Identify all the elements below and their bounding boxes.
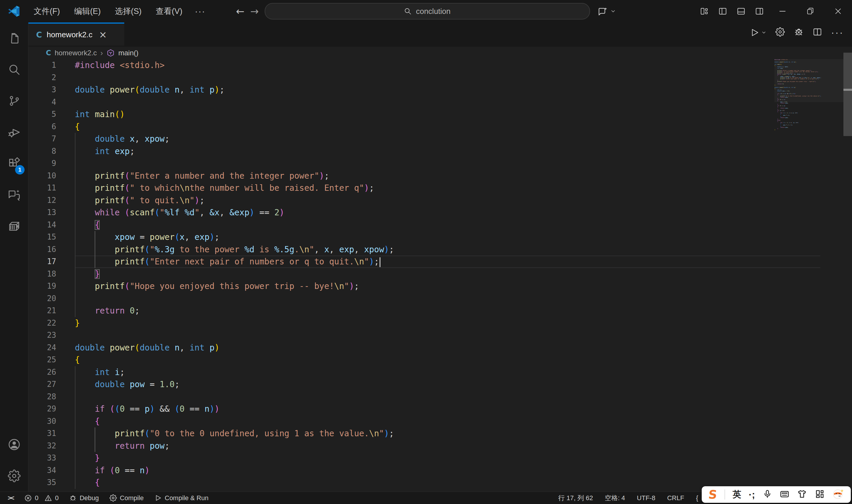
code-line[interactable]: 21 return 0; <box>29 305 852 317</box>
ime-language-toggle[interactable]: 英 <box>732 489 741 501</box>
compile-status-button[interactable]: Compile <box>104 492 149 504</box>
menu-item-3[interactable]: 查看(V) <box>148 0 189 22</box>
run-button[interactable] <box>750 28 766 37</box>
language-mode-status[interactable]: { <box>690 492 698 504</box>
code-line[interactable]: 31 printf("0 to the 0 undefined, using 1… <box>29 427 852 440</box>
code-line[interactable]: 33 } <box>29 452 852 464</box>
code-line[interactable]: 28 <box>29 391 852 403</box>
code-line-content: return 0; <box>75 305 820 317</box>
menu-item-1[interactable]: 编辑(E) <box>67 0 108 22</box>
toggle-secondary-sidebar-button[interactable] <box>750 0 768 22</box>
code-line-content: printf(" to quit.\n"); <box>75 194 820 207</box>
minimap[interactable]: #include <stdio.h> double power(double n… <box>775 59 844 195</box>
ime-punctuation-toggle[interactable]: ·; <box>749 489 755 500</box>
code-line[interactable]: 13 while (scanf("%lf %d", &x, &exp) == 2… <box>29 206 852 219</box>
code-line[interactable]: 2 <box>29 72 852 84</box>
code-line[interactable]: 20 <box>29 292 852 305</box>
sidebar-item-search[interactable] <box>0 54 28 85</box>
settings-gear-button[interactable] <box>775 27 785 38</box>
code-line[interactable]: 4 <box>29 96 852 109</box>
debug-status-button[interactable]: Debug <box>64 492 104 504</box>
code-line[interactable]: 16 printf("%.3g to the power %d is %.5g.… <box>29 244 852 256</box>
ime-assistant-button[interactable] <box>832 488 844 501</box>
line-number: 29 <box>29 403 75 415</box>
sidebar-item-chat[interactable] <box>0 179 28 211</box>
token: ) <box>384 429 389 438</box>
code-line[interactable]: 14 { <box>29 219 852 231</box>
compile-run-status-button[interactable]: Compile & Run <box>149 492 214 504</box>
tab-homework2[interactable]: C homework2.c × <box>29 22 124 46</box>
line-number: 32 <box>29 440 75 452</box>
code-editor[interactable]: 1#include <stdio.h>23double power(double… <box>29 59 852 491</box>
sogou-logo[interactable]: S <box>708 488 718 501</box>
sidebar-item-source-control[interactable] <box>0 85 28 116</box>
minimize-button[interactable] <box>768 0 796 22</box>
code-line[interactable]: 23 <box>29 329 852 342</box>
more-actions-icon[interactable]: ··· <box>831 26 844 38</box>
code-line[interactable]: 10 printf("Enter a number and the intege… <box>29 170 852 182</box>
token: = <box>134 232 150 242</box>
code-line[interactable]: 19 printf("Hope you enjoyed this power t… <box>29 280 852 292</box>
code-line[interactable]: 6{ <box>29 121 852 133</box>
sidebar-item-explorer[interactable] <box>0 22 28 54</box>
menu-item-2[interactable]: 选择(S) <box>108 0 148 22</box>
code-line[interactable]: 30 { <box>29 415 852 428</box>
code-line[interactable]: 1#include <stdio.h> <box>29 59 852 72</box>
sidebar-item-extensions[interactable]: 1 <box>0 148 28 179</box>
sidebar-item-containers[interactable] <box>0 211 28 242</box>
code-line-content <box>75 292 820 305</box>
menu-overflow[interactable]: ··· <box>189 0 211 22</box>
ime-toolbox-button[interactable] <box>815 489 825 500</box>
cursor-position[interactable]: 行 17, 列 62 <box>552 492 599 504</box>
code-line[interactable]: 22} <box>29 317 852 329</box>
breadcrumb-file[interactable]: homework2.c <box>55 49 97 57</box>
c-language-icon: C <box>46 49 51 57</box>
tab-close-icon[interactable]: × <box>99 29 107 40</box>
indentation-status[interactable]: 空格: 4 <box>599 492 631 504</box>
ime-skin-button[interactable] <box>797 489 807 500</box>
problems-status[interactable]: 0 0 <box>19 492 64 504</box>
code-line[interactable]: 24double power(double n, int p) <box>29 342 852 354</box>
code-line[interactable]: 17 printf("Enter next pair of numbers or… <box>29 255 852 268</box>
code-line[interactable]: 32 return pow; <box>29 440 852 452</box>
code-line[interactable]: 9 <box>29 157 852 170</box>
toggle-sidebar-button[interactable] <box>713 0 732 22</box>
settings-button[interactable] <box>0 460 28 491</box>
eol-status[interactable]: CRLF <box>661 492 690 504</box>
toggle-panel-button[interactable] <box>732 0 750 22</box>
code-line[interactable]: 27 double pow = 1.0; <box>29 378 852 391</box>
debug-button[interactable] <box>794 27 804 38</box>
code-line-content <box>75 329 820 342</box>
sidebar-item-run-debug[interactable] <box>0 116 28 148</box>
code-line[interactable]: 5int main() <box>29 108 852 121</box>
split-editor-button[interactable] <box>813 27 822 38</box>
nav-back-button[interactable]: ← <box>236 5 244 17</box>
nav-forward-button[interactable]: → <box>250 5 259 17</box>
close-button[interactable] <box>824 0 852 22</box>
account-button[interactable] <box>0 429 28 460</box>
encoding-status[interactable]: UTF-8 <box>631 492 661 504</box>
code-line[interactable]: 34 if (0 == n) <box>29 464 852 477</box>
code-line[interactable]: 15 xpow = power(x, exp); <box>29 231 852 244</box>
code-line[interactable]: 3double power(double n, int p); <box>29 84 852 96</box>
token: } <box>75 318 80 328</box>
code-line[interactable]: 7 double x, xpow; <box>29 133 852 145</box>
scrollbar-thumb[interactable] <box>844 53 852 136</box>
code-line[interactable]: 12 printf(" to quit.\n"); <box>29 194 852 207</box>
code-line[interactable]: 18 } <box>29 268 852 281</box>
breadcrumb-symbol[interactable]: main() <box>118 49 139 57</box>
menu-item-0[interactable]: 文件(F) <box>26 0 67 22</box>
code-line[interactable]: 29 if ((0 == p) && (0 == n)) <box>29 403 852 415</box>
search-input[interactable]: conclution <box>265 3 590 19</box>
code-line[interactable]: 8 int exp; <box>29 145 852 158</box>
copilot-menu-button[interactable] <box>598 6 616 16</box>
ime-keyboard-button[interactable] <box>780 489 790 500</box>
remote-indicator[interactable]: >< <box>0 492 19 504</box>
customize-layout-button[interactable] <box>695 0 713 22</box>
restore-button[interactable] <box>796 0 824 22</box>
code-line[interactable]: 26 int i; <box>29 366 852 379</box>
code-line[interactable]: 11 printf(" to which\nthe number will be… <box>29 182 852 194</box>
ime-voice-button[interactable] <box>763 489 772 500</box>
token: double <box>95 134 130 144</box>
code-line[interactable]: 25{ <box>29 354 852 366</box>
